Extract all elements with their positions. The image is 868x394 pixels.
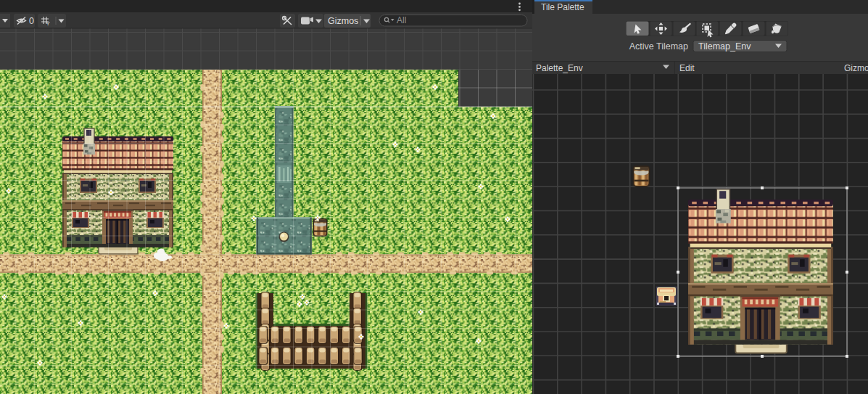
svg-text:Gizmos: Gizmos <box>844 63 868 73</box>
svg-text:Edit: Edit <box>679 63 695 73</box>
svg-text:Palette_Env: Palette_Env <box>536 63 583 73</box>
svg-text:0: 0 <box>29 16 34 26</box>
svg-text:Active Tilemap: Active Tilemap <box>629 41 688 52</box>
svg-text:All: All <box>397 15 406 25</box>
svg-text:Tilemap_Env: Tilemap_Env <box>698 41 751 52</box>
svg-text:Tile Palette: Tile Palette <box>541 2 584 12</box>
svg-text:Gizmos: Gizmos <box>328 16 358 26</box>
svg-text:Y: Y <box>46 20 51 27</box>
